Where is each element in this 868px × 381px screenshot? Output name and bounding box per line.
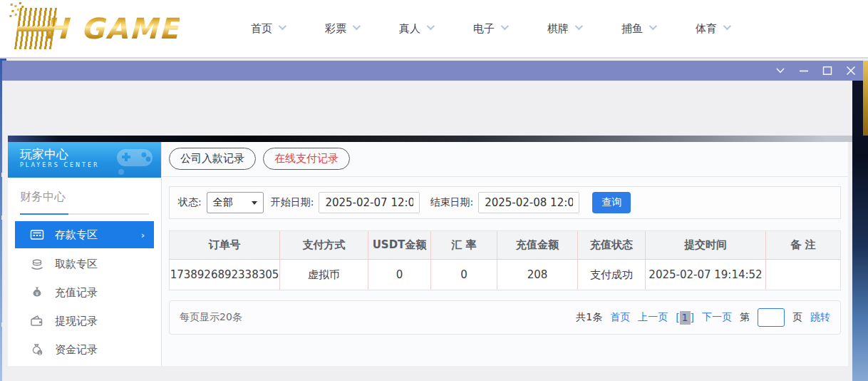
deposit-card-icon [30,228,44,241]
money-bag-icon: ¥ [30,286,44,299]
col-recharge-amount: 充值金额 [497,231,577,259]
maximize-icon[interactable] [822,66,832,76]
svg-text:¥: ¥ [36,291,39,297]
chevron-down-icon [723,22,731,30]
first-page-link[interactable]: 首页 [610,311,630,324]
prev-page-link[interactable]: 上一页 [638,311,668,324]
filter-bar: 状态: 全部 开始日期: 结束日期: 查询 [169,186,841,219]
cell-recharge-status: 支付成功 [577,260,645,290]
sidebar-section-finance: 财务中心 [20,190,150,205]
wallet-icon [30,315,44,327]
page-size-text: 每页显示20条 [180,311,242,324]
nav-item-live[interactable]: 真人 [389,22,463,36]
col-recharge-status: 充值状态 [577,231,645,259]
table-row: 1738926892338305 虚拟币 0 0 208 支付成功 2025-0… [170,260,840,290]
jump-label-before: 第 [740,311,750,324]
svg-text:$: $ [38,351,41,355]
logo-icon [14,8,57,49]
cell-pay-method: 虚拟币 [279,260,368,290]
chevron-right-icon: › [141,230,145,240]
logo-text: H GAME [44,12,180,45]
chevron-down-icon [649,22,657,30]
status-select[interactable]: 全部 [207,192,264,213]
sidebar-item-label: 充值记录 [55,286,98,300]
col-pay-method: 支付方式 [279,231,368,259]
col-rate: 汇 率 [430,231,497,259]
col-order-no: 订单号 [170,231,279,259]
cell-usdt-amount: 0 [368,260,430,290]
chevron-down-icon [575,22,583,30]
end-date-input[interactable] [478,192,579,213]
tab-company-deposit-records[interactable]: 公司入款记录 [169,148,256,170]
nav-item-slots[interactable]: 电子 [463,22,537,36]
start-date-label: 开始日期: [271,196,314,209]
cell-remark [765,260,840,290]
sidebar: 玩家中心 PLAYERS CENTER 财务中心 [8,142,161,366]
sidebar-menu: 存款专区 › 取款专区 ¥ [8,221,161,364]
query-button[interactable]: 查询 [592,192,631,213]
logo[interactable]: H GAME [17,6,180,51]
funds-bag-icon: $ [30,343,44,356]
chevron-down-icon [501,22,509,30]
jump-button[interactable]: 跳转 [810,311,830,324]
sidebar-item-label: 资金记录 [55,343,98,357]
nav-item-lottery[interactable]: 彩票 [315,22,389,36]
status-label: 状态: [178,196,202,209]
tab-online-payment-records[interactable]: 在线支付记录 [263,148,350,170]
sidebar-item-deposit[interactable]: 存款专区 › [15,221,154,248]
modal-titlebar [2,61,863,81]
jump-label-after: 页 [792,311,802,324]
col-usdt-amount: USDT金额 [368,231,430,259]
cell-rate: 0 [430,260,497,290]
col-remark: 备 注 [765,231,840,259]
sidebar-item-recharge-records[interactable]: ¥ 充值记录 [8,278,161,307]
select-caret-icon [252,201,257,205]
end-date-label: 结束日期: [430,196,473,209]
status-select-value: 全部 [213,196,233,209]
sidebar-item-label: 提现记录 [55,315,98,328]
modal-body: 玩家中心 PLAYERS CENTER 财务中心 [2,81,852,381]
player-center-panel: 玩家中心 PLAYERS CENTER 财务中心 [8,142,848,366]
main-nav: 首页 彩票 真人 电子 棋牌 捕鱼 体育 [241,0,760,57]
nav-item-sports[interactable]: 体育 [686,22,760,36]
sidebar-item-withdrawal-records[interactable]: 提现记录 [8,307,161,335]
records-table: 订单号 支付方式 USDT金额 汇 率 充值金额 充值状态 提交时间 备 注 1… [169,230,841,290]
chevron-down-icon [279,22,286,30]
chevron-down-icon [353,22,361,30]
collapse-icon[interactable] [775,66,785,76]
top-navbar: H GAME 首页 彩票 真人 电子 棋牌 捕鱼 体育 [0,0,868,59]
pagination-controls: 共1条 首页 上一页 [1] 下一页 第 页 跳转 [576,308,830,327]
sidebar-item-withdraw[interactable]: 取款专区 [8,250,161,278]
col-submit-time: 提交时间 [645,231,765,259]
cell-submit-time: 2025-02-07 19:14:52 [645,260,765,290]
nav-item-chess[interactable]: 棋牌 [537,22,611,36]
start-date-input[interactable] [319,192,420,213]
pagination-bar: 每页显示20条 共1条 首页 上一页 [1] 下一页 第 页 跳转 [169,300,841,335]
current-page: [1] [676,311,694,325]
sidebar-item-label: 存款专区 [55,228,98,242]
next-page-link[interactable]: 下一页 [702,311,732,324]
record-tabs: 公司入款记录 在线支付记录 [162,142,848,177]
nav-item-fishing[interactable]: 捕鱼 [611,22,686,36]
cell-recharge-amount: 208 [497,260,577,290]
panel-top-gradient [8,136,852,142]
withdraw-hand-icon [30,258,44,270]
sidebar-item-funds-records[interactable]: $ 资金记录 [8,335,161,364]
table-header-row: 订单号 支付方式 USDT金额 汇 率 充值金额 充值状态 提交时间 备 注 [170,231,840,260]
nav-item-home[interactable]: 首页 [241,22,315,36]
cell-order-no: 1738926892338305 [170,260,279,290]
sidebar-item-label: 取款专区 [55,258,98,271]
chevron-down-icon [427,22,435,30]
close-icon[interactable] [846,66,856,76]
records-content: 公司入款记录 在线支付记录 状态: 全部 开始日期: 结束日期: 查询 [161,142,848,366]
sidebar-header: 玩家中心 PLAYERS CENTER [8,142,161,178]
jump-page-input[interactable] [758,308,785,327]
minimize-icon[interactable] [799,66,809,76]
total-count: 共1条 [576,311,602,324]
screen: H GAME 首页 彩票 真人 电子 棋牌 捕鱼 体育 [0,0,868,381]
current-page-number: 1 [680,311,691,325]
sidebar-divider [20,213,149,215]
page-background-gold-strip [863,61,868,136]
gamepad-icon [113,146,157,175]
